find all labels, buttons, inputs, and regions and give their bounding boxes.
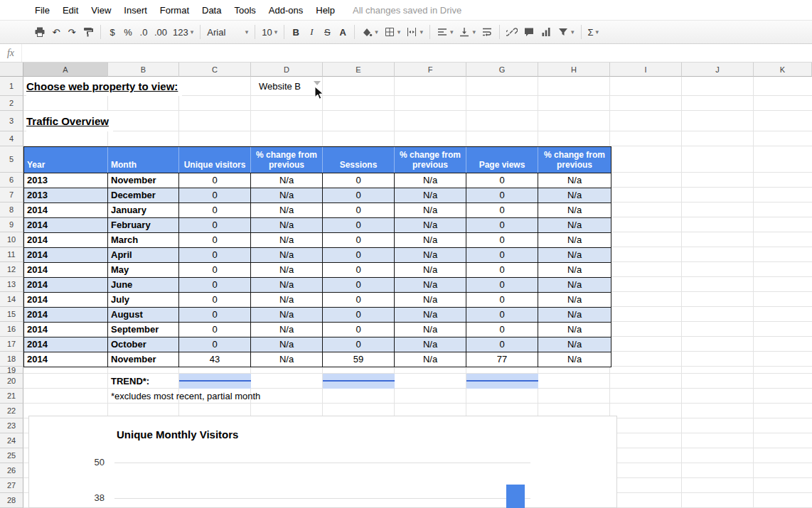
row-header-3[interactable]: 3 [0,111,23,131]
table-cell[interactable]: November [108,352,179,367]
table-cell[interactable]: 2014 [24,352,108,367]
table-cell[interactable]: N/a [251,278,323,292]
table-cell[interactable]: N/a [395,263,466,277]
table-cell[interactable]: January [108,203,179,217]
table-cell[interactable]: 0 [323,188,395,202]
table-cell[interactable]: N/a [251,337,323,352]
table-cell[interactable]: N/a [395,233,466,247]
menu-data[interactable]: Data [196,3,228,18]
table-cell[interactable]: N/a [251,248,323,262]
table-cell[interactable]: N/a [395,337,466,352]
column-header-e[interactable]: E [323,63,395,77]
table-cell[interactable]: 0 [179,233,251,247]
table-cell[interactable]: N/a [251,352,323,367]
table-cell[interactable]: 0 [179,308,251,322]
column-header-h[interactable]: H [538,63,610,77]
row-header-14[interactable]: 14 [0,292,23,307]
table-cell[interactable]: 0 [466,188,538,202]
table-cell[interactable]: N/a [538,323,611,337]
more-formats-button[interactable]: 123▾ [170,23,196,40]
row-header-20[interactable]: 20 [0,374,23,389]
column-header-d[interactable]: D [251,63,323,77]
font-size-select[interactable]: 10▾ [259,23,280,40]
print-button[interactable] [31,23,48,40]
table-cell[interactable]: 2014 [24,233,108,247]
undo-button[interactable]: ↶ [48,23,64,40]
table-cell[interactable]: N/a [251,293,323,307]
table-cell[interactable]: 0 [323,293,395,307]
insert-chart-button[interactable] [538,23,555,40]
row-header-11[interactable]: 11 [0,247,23,262]
table-cell[interactable]: 0 [466,248,538,262]
redo-button[interactable]: ↷ [64,23,80,40]
column-header-g[interactable]: G [466,63,538,77]
fill-color-button[interactable]: ▾ [358,23,381,40]
table-cell[interactable]: N/a [538,278,611,292]
cell-a1-choose-label[interactable]: Choose web property to view: [26,77,182,96]
row-header-15[interactable]: 15 [0,307,23,322]
table-cell[interactable]: September [108,323,179,337]
table-cell[interactable]: 2014 [24,337,108,352]
row-header-2[interactable]: 2 [0,96,23,111]
horizontal-align-button[interactable]: ▾ [434,23,456,40]
table-cell[interactable]: 0 [179,323,251,337]
trend-label[interactable]: TREND*: [111,374,149,389]
table-cell[interactable]: 0 [179,203,251,217]
table-cell[interactable]: February [108,218,179,232]
font-family-select[interactable]: Arial▾ [204,23,251,40]
validation-dropdown-icon[interactable] [314,81,321,85]
row-header-5[interactable]: 5 [0,146,23,173]
strikethrough-button[interactable]: S [319,23,335,40]
table-cell[interactable]: May [108,263,179,277]
table-cell[interactable]: N/a [538,263,611,277]
table-cell[interactable]: 0 [179,173,251,188]
table-cell[interactable]: N/a [251,233,323,247]
cell-a3-section-title[interactable]: Traffic Overview [26,111,113,131]
table-cell[interactable]: N/a [395,248,466,262]
table-cell[interactable]: N/a [538,203,611,217]
embedded-chart[interactable]: Unique Monthly Visitors 50 38 [28,416,617,508]
table-cell[interactable]: 77 [466,352,538,367]
table-cell[interactable]: 0 [179,337,251,352]
table-cell[interactable]: N/a [538,248,611,262]
table-cell[interactable]: N/a [251,323,323,337]
table-cell[interactable]: 0 [179,248,251,262]
table-cell[interactable]: March [108,233,179,247]
merge-cells-button[interactable]: ▾ [403,23,426,40]
row-header-7[interactable]: 7 [0,188,23,202]
column-header-f[interactable]: F [395,63,466,77]
table-cell[interactable]: N/a [395,278,466,292]
row-header-1[interactable]: 1 [0,77,23,96]
row-header-22[interactable]: 22 [0,404,23,418]
table-cell[interactable]: 0 [466,263,538,277]
table-cell[interactable]: 0 [466,278,538,292]
table-cell[interactable]: 2014 [24,263,108,277]
select-all-corner[interactable] [0,63,23,77]
table-cell[interactable]: 2014 [24,278,108,292]
text-color-button[interactable]: A [335,23,351,40]
table-cell[interactable]: 2014 [24,248,108,262]
table-cell[interactable]: 0 [179,263,251,277]
menu-tools[interactable]: Tools [228,3,262,18]
menu-insert[interactable]: Insert [117,3,154,18]
column-header-k[interactable]: K [754,63,812,77]
table-cell[interactable]: N/a [395,323,466,337]
table-cell[interactable]: 2013 [24,188,108,202]
table-cell[interactable]: 43 [179,352,251,367]
table-cell[interactable]: N/a [251,218,323,232]
table-cell[interactable]: December [108,188,179,202]
column-header-a[interactable]: A [23,63,108,77]
row-header-21[interactable]: 21 [0,389,23,404]
row-header-23[interactable]: 23 [0,418,23,433]
italic-button[interactable]: I [304,23,319,40]
table-cell[interactable]: 0 [323,218,395,232]
menu-format[interactable]: Format [154,3,196,18]
table-cell[interactable]: 0 [466,293,538,307]
table-cell[interactable]: N/a [395,352,466,367]
table-cell[interactable]: N/a [538,308,611,322]
format-currency-button[interactable]: $ [105,23,120,40]
table-cell[interactable]: N/a [395,308,466,322]
table-cell[interactable]: N/a [395,188,466,202]
row-header-6[interactable]: 6 [0,173,23,188]
trend-note[interactable]: *excludes most recent, partial month [111,389,260,404]
